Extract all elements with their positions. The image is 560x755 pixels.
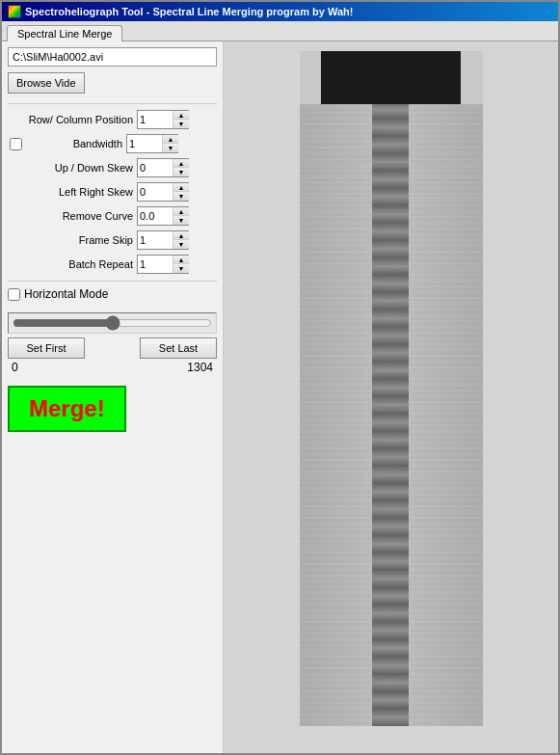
tab-bar: Spectral Line Merge — [2, 21, 558, 41]
set-last-button[interactable]: Set Last — [140, 337, 217, 359]
spectrum-header-bar — [321, 51, 461, 104]
leftright-skew-input[interactable] — [138, 183, 173, 201]
merge-button[interactable]: Merge! — [8, 386, 126, 432]
horizontal-mode-row: Horizontal Mode — [8, 287, 217, 301]
row-col-input[interactable] — [138, 111, 173, 128]
bandwidth-input[interactable] — [127, 135, 162, 152]
batch-repeat-row: Batch Repeat ▲ ▼ — [8, 255, 217, 274]
row-col-label: Row/ Column Position — [8, 114, 133, 125]
frame-skip-input[interactable] — [138, 231, 173, 249]
updown-skew-up-btn[interactable]: ▲ — [173, 159, 189, 168]
remove-curve-spinner-btns: ▲ ▼ — [173, 207, 189, 225]
batch-repeat-spinner-btns: ▲ ▼ — [173, 256, 189, 273]
spectrum-preview — [300, 51, 483, 726]
row-col-position-row: Row/ Column Position ▲ ▼ — [8, 110, 217, 129]
updown-skew-spinner-btns: ▲ ▼ — [173, 159, 189, 176]
bandwidth-spinner-btns: ▲ ▼ — [162, 135, 178, 152]
title-bar: Spectroheliograph Tool - Spectral Line M… — [2, 2, 558, 21]
bandwidth-spinner: ▲ ▼ — [126, 134, 178, 153]
left-panel: Browse Vide Row/ Column Position ▲ ▼ Ban… — [2, 41, 224, 753]
leftright-skew-spinner-btns: ▲ ▼ — [173, 183, 189, 201]
leftright-skew-down-btn[interactable]: ▼ — [173, 192, 189, 201]
bandwidth-down-btn[interactable]: ▼ — [163, 144, 178, 152]
frame-range-slider[interactable] — [13, 315, 212, 331]
app-icon — [8, 5, 21, 18]
leftright-skew-up-btn[interactable]: ▲ — [173, 183, 189, 192]
remove-curve-row: Remove Curve ▲ ▼ — [8, 206, 217, 226]
main-content: Browse Vide Row/ Column Position ▲ ▼ Ban… — [2, 41, 558, 753]
set-first-button[interactable]: Set First — [8, 337, 85, 359]
tab-spectral-line-merge[interactable]: Spectral Line Merge — [7, 25, 122, 41]
horizontal-mode-label: Horizontal Mode — [24, 287, 108, 301]
values-row: 0 1304 — [8, 361, 217, 374]
batch-repeat-spinner: ▲ ▼ — [137, 255, 189, 274]
updown-skew-row: Up / Down Skew ▲ ▼ — [8, 158, 217, 177]
first-value: 0 — [12, 361, 18, 374]
slider-section: Set First Set Last 0 1304 — [8, 310, 217, 374]
window-title: Spectroheliograph Tool - Spectral Line M… — [25, 6, 353, 17]
frame-skip-spinner: ▲ ▼ — [137, 230, 189, 250]
separator-1 — [8, 103, 217, 104]
row-col-spinner-btns: ▲ ▼ — [173, 111, 189, 128]
updown-skew-input[interactable] — [138, 159, 173, 176]
remove-curve-input[interactable] — [138, 207, 173, 225]
frame-skip-down-btn[interactable]: ▼ — [173, 240, 189, 249]
batch-repeat-down-btn[interactable]: ▼ — [173, 264, 189, 273]
updown-skew-down-btn[interactable]: ▼ — [173, 168, 189, 176]
leftright-skew-row: Left Right Skew ▲ ▼ — [8, 182, 217, 202]
bandwidth-up-btn[interactable]: ▲ — [163, 135, 178, 144]
spectral-line — [372, 104, 409, 726]
separator-2 — [8, 281, 217, 282]
updown-skew-spinner: ▲ ▼ — [137, 158, 189, 177]
updown-skew-label: Up / Down Skew — [8, 162, 133, 174]
bandwidth-label: Bandwidth — [26, 138, 122, 149]
main-window: Spectroheliograph Tool - Spectral Line M… — [0, 0, 560, 755]
last-value: 1304 — [187, 361, 213, 374]
frame-skip-row: Frame Skip ▲ ▼ — [8, 230, 217, 250]
texture-lines-left — [300, 104, 372, 726]
leftright-skew-label: Left Right Skew — [8, 186, 133, 198]
row-col-up-btn[interactable]: ▲ — [173, 111, 189, 120]
first-last-row: Set First Set Last — [8, 337, 217, 359]
right-panel — [224, 41, 558, 753]
remove-curve-label: Remove Curve — [8, 210, 133, 222]
frame-skip-up-btn[interactable]: ▲ — [173, 231, 189, 240]
file-path-row — [8, 47, 217, 67]
browse-button[interactable]: Browse Vide — [8, 72, 85, 94]
slider-container — [8, 312, 217, 334]
file-path-input[interactable] — [8, 47, 217, 67]
bandwidth-row: Bandwidth ▲ ▼ — [8, 134, 217, 153]
remove-curve-up-btn[interactable]: ▲ — [173, 207, 189, 216]
row-col-spinner: ▲ ▼ — [137, 110, 189, 129]
batch-repeat-label: Batch Repeat — [8, 258, 133, 270]
remove-curve-spinner: ▲ ▼ — [137, 206, 189, 226]
row-col-down-btn[interactable]: ▼ — [173, 120, 189, 128]
leftright-skew-spinner: ▲ ▼ — [137, 182, 189, 202]
batch-repeat-input[interactable] — [138, 256, 173, 273]
frame-skip-spinner-btns: ▲ ▼ — [173, 231, 189, 249]
texture-lines-right — [409, 104, 483, 726]
remove-curve-down-btn[interactable]: ▼ — [173, 216, 189, 225]
frame-skip-label: Frame Skip — [8, 234, 133, 246]
batch-repeat-up-btn[interactable]: ▲ — [173, 256, 189, 264]
horizontal-mode-checkbox[interactable] — [8, 288, 20, 301]
bandwidth-checkbox[interactable] — [10, 138, 22, 150]
